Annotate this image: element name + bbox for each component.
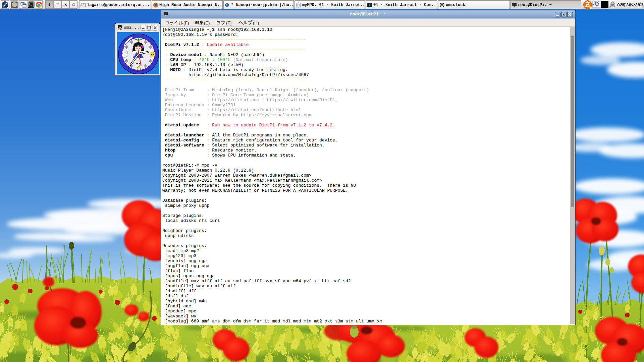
svg-text:(H): (H) — [253, 20, 259, 25]
svg-text:(T): (T) — [226, 20, 232, 25]
svg-text:02: 02 — [617, 3, 623, 8]
svg-text:(E): (E) — [204, 20, 210, 25]
svg-text:28: 28 — [635, 3, 640, 8]
svg-text:(F): (F) — [183, 20, 189, 25]
svg-text:36: 36 — [626, 3, 632, 8]
